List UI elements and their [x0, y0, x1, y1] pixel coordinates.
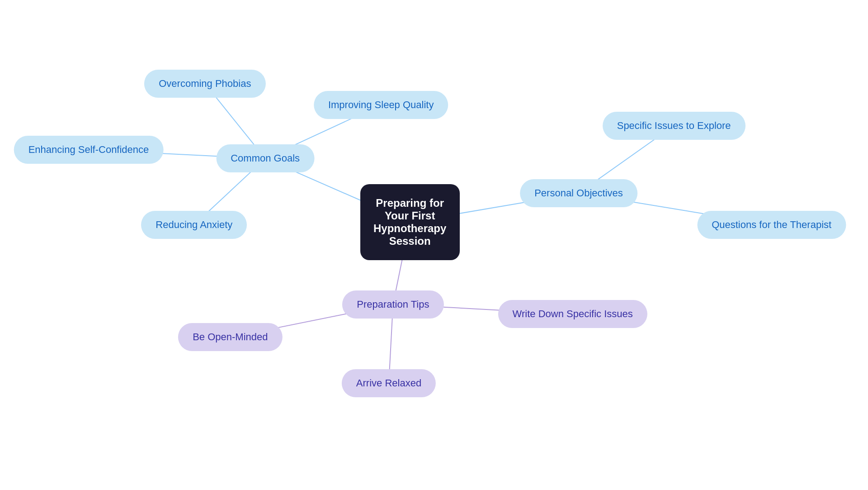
- node-specificIssuesToExplore: Specific Issues to Explore: [603, 112, 745, 140]
- node-reducingAnxiety: Reducing Anxiety: [141, 211, 247, 239]
- node-commonGoals: Common Goals: [216, 144, 314, 172]
- node-enhancingSelfConfidence: Enhancing Self-Confidence: [14, 136, 164, 164]
- node-overcomingPhobias: Overcoming Phobias: [144, 70, 265, 98]
- node-writeDownSpecificIssues: Write Down Specific Issues: [498, 300, 647, 328]
- node-center: Preparing for Your First Hypnotherapy Se…: [360, 184, 460, 260]
- node-improvingSleepQuality: Improving Sleep Quality: [314, 91, 448, 119]
- node-questionsForTherapist: Questions for the Therapist: [697, 211, 846, 239]
- node-preparationTips: Preparation Tips: [342, 290, 443, 319]
- mind-map-canvas: Preparing for Your First Hypnotherapy Se…: [0, 0, 868, 490]
- node-personalObjectives: Personal Objectives: [520, 179, 637, 207]
- node-arriveRelaxed: Arrive Relaxed: [342, 369, 436, 397]
- node-beOpenMinded: Be Open-Minded: [178, 323, 282, 351]
